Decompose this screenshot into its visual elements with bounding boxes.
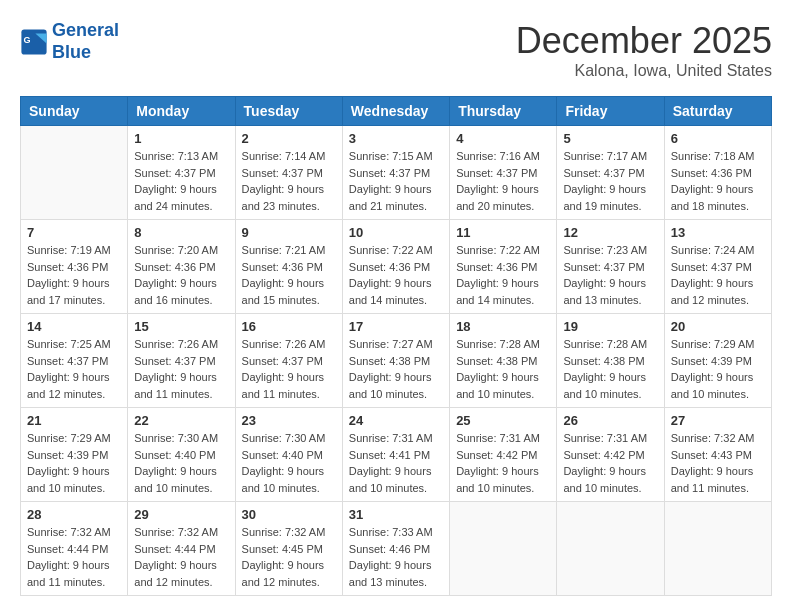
daylight-label: Daylight: 9 hours and 10 minutes. xyxy=(563,371,646,400)
day-number: 18 xyxy=(456,319,550,334)
day-info: Sunrise: 7:30 AMSunset: 4:40 PMDaylight:… xyxy=(242,430,336,496)
sunset-label: Sunset: 4:38 PM xyxy=(456,355,537,367)
calendar-cell xyxy=(664,502,771,596)
daylight-label: Daylight: 9 hours and 12 minutes. xyxy=(242,559,325,588)
daylight-label: Daylight: 9 hours and 10 minutes. xyxy=(242,465,325,494)
daylight-label: Daylight: 9 hours and 23 minutes. xyxy=(242,183,325,212)
sunrise-label: Sunrise: 7:18 AM xyxy=(671,150,755,162)
calendar-cell xyxy=(557,502,664,596)
weekday-header-row: SundayMondayTuesdayWednesdayThursdayFrid… xyxy=(21,97,772,126)
sunrise-label: Sunrise: 7:22 AM xyxy=(456,244,540,256)
sunset-label: Sunset: 4:41 PM xyxy=(349,449,430,461)
calendar-cell: 27Sunrise: 7:32 AMSunset: 4:43 PMDayligh… xyxy=(664,408,771,502)
day-info: Sunrise: 7:22 AMSunset: 4:36 PMDaylight:… xyxy=(349,242,443,308)
daylight-label: Daylight: 9 hours and 13 minutes. xyxy=(563,277,646,306)
logo-icon: G xyxy=(20,28,48,56)
sunrise-label: Sunrise: 7:32 AM xyxy=(27,526,111,538)
weekday-header-tuesday: Tuesday xyxy=(235,97,342,126)
day-info: Sunrise: 7:18 AMSunset: 4:36 PMDaylight:… xyxy=(671,148,765,214)
sunset-label: Sunset: 4:40 PM xyxy=(134,449,215,461)
day-info: Sunrise: 7:23 AMSunset: 4:37 PMDaylight:… xyxy=(563,242,657,308)
sunset-label: Sunset: 4:37 PM xyxy=(563,167,644,179)
day-number: 17 xyxy=(349,319,443,334)
day-number: 27 xyxy=(671,413,765,428)
day-info: Sunrise: 7:31 AMSunset: 4:42 PMDaylight:… xyxy=(563,430,657,496)
sunrise-label: Sunrise: 7:20 AM xyxy=(134,244,218,256)
month-title: December 2025 xyxy=(516,20,772,62)
sunset-label: Sunset: 4:36 PM xyxy=(671,167,752,179)
daylight-label: Daylight: 9 hours and 20 minutes. xyxy=(456,183,539,212)
calendar-cell: 26Sunrise: 7:31 AMSunset: 4:42 PMDayligh… xyxy=(557,408,664,502)
calendar-cell: 25Sunrise: 7:31 AMSunset: 4:42 PMDayligh… xyxy=(450,408,557,502)
day-number: 21 xyxy=(27,413,121,428)
day-info: Sunrise: 7:32 AMSunset: 4:44 PMDaylight:… xyxy=(134,524,228,590)
day-number: 10 xyxy=(349,225,443,240)
daylight-label: Daylight: 9 hours and 19 minutes. xyxy=(563,183,646,212)
day-info: Sunrise: 7:22 AMSunset: 4:36 PMDaylight:… xyxy=(456,242,550,308)
calendar-cell: 21Sunrise: 7:29 AMSunset: 4:39 PMDayligh… xyxy=(21,408,128,502)
daylight-label: Daylight: 9 hours and 11 minutes. xyxy=(27,559,110,588)
calendar-cell: 29Sunrise: 7:32 AMSunset: 4:44 PMDayligh… xyxy=(128,502,235,596)
sunrise-label: Sunrise: 7:23 AM xyxy=(563,244,647,256)
calendar-cell: 11Sunrise: 7:22 AMSunset: 4:36 PMDayligh… xyxy=(450,220,557,314)
day-number: 23 xyxy=(242,413,336,428)
daylight-label: Daylight: 9 hours and 24 minutes. xyxy=(134,183,217,212)
day-info: Sunrise: 7:28 AMSunset: 4:38 PMDaylight:… xyxy=(456,336,550,402)
sunset-label: Sunset: 4:44 PM xyxy=(134,543,215,555)
day-number: 1 xyxy=(134,131,228,146)
sunrise-label: Sunrise: 7:28 AM xyxy=(456,338,540,350)
sunrise-label: Sunrise: 7:29 AM xyxy=(27,432,111,444)
calendar-cell: 30Sunrise: 7:32 AMSunset: 4:45 PMDayligh… xyxy=(235,502,342,596)
sunset-label: Sunset: 4:37 PM xyxy=(134,355,215,367)
daylight-label: Daylight: 9 hours and 10 minutes. xyxy=(349,465,432,494)
calendar-cell: 28Sunrise: 7:32 AMSunset: 4:44 PMDayligh… xyxy=(21,502,128,596)
weekday-header-friday: Friday xyxy=(557,97,664,126)
day-info: Sunrise: 7:33 AMSunset: 4:46 PMDaylight:… xyxy=(349,524,443,590)
sunset-label: Sunset: 4:36 PM xyxy=(349,261,430,273)
sunset-label: Sunset: 4:37 PM xyxy=(242,167,323,179)
daylight-label: Daylight: 9 hours and 15 minutes. xyxy=(242,277,325,306)
day-number: 14 xyxy=(27,319,121,334)
title-section: December 2025 Kalona, Iowa, United State… xyxy=(516,20,772,80)
sunset-label: Sunset: 4:36 PM xyxy=(456,261,537,273)
sunrise-label: Sunrise: 7:22 AM xyxy=(349,244,433,256)
sunrise-label: Sunrise: 7:32 AM xyxy=(134,526,218,538)
calendar-header: SundayMondayTuesdayWednesdayThursdayFrid… xyxy=(21,97,772,126)
sunrise-label: Sunrise: 7:31 AM xyxy=(563,432,647,444)
day-info: Sunrise: 7:24 AMSunset: 4:37 PMDaylight:… xyxy=(671,242,765,308)
sunrise-label: Sunrise: 7:30 AM xyxy=(134,432,218,444)
sunrise-label: Sunrise: 7:32 AM xyxy=(671,432,755,444)
day-number: 4 xyxy=(456,131,550,146)
daylight-label: Daylight: 9 hours and 10 minutes. xyxy=(134,465,217,494)
sunset-label: Sunset: 4:42 PM xyxy=(456,449,537,461)
day-info: Sunrise: 7:26 AMSunset: 4:37 PMDaylight:… xyxy=(134,336,228,402)
day-info: Sunrise: 7:32 AMSunset: 4:45 PMDaylight:… xyxy=(242,524,336,590)
calendar-cell: 22Sunrise: 7:30 AMSunset: 4:40 PMDayligh… xyxy=(128,408,235,502)
day-number: 12 xyxy=(563,225,657,240)
weekday-header-saturday: Saturday xyxy=(664,97,771,126)
calendar-cell: 14Sunrise: 7:25 AMSunset: 4:37 PMDayligh… xyxy=(21,314,128,408)
day-info: Sunrise: 7:32 AMSunset: 4:43 PMDaylight:… xyxy=(671,430,765,496)
day-info: Sunrise: 7:20 AMSunset: 4:36 PMDaylight:… xyxy=(134,242,228,308)
sunrise-label: Sunrise: 7:17 AM xyxy=(563,150,647,162)
weekday-header-thursday: Thursday xyxy=(450,97,557,126)
day-number: 25 xyxy=(456,413,550,428)
daylight-label: Daylight: 9 hours and 12 minutes. xyxy=(27,371,110,400)
calendar-cell: 1Sunrise: 7:13 AMSunset: 4:37 PMDaylight… xyxy=(128,126,235,220)
sunrise-label: Sunrise: 7:31 AM xyxy=(349,432,433,444)
calendar-cell: 17Sunrise: 7:27 AMSunset: 4:38 PMDayligh… xyxy=(342,314,449,408)
calendar-cell: 12Sunrise: 7:23 AMSunset: 4:37 PMDayligh… xyxy=(557,220,664,314)
day-number: 11 xyxy=(456,225,550,240)
sunset-label: Sunset: 4:44 PM xyxy=(27,543,108,555)
daylight-label: Daylight: 9 hours and 17 minutes. xyxy=(27,277,110,306)
calendar-cell: 19Sunrise: 7:28 AMSunset: 4:38 PMDayligh… xyxy=(557,314,664,408)
day-number: 28 xyxy=(27,507,121,522)
day-number: 9 xyxy=(242,225,336,240)
calendar-cell: 23Sunrise: 7:30 AMSunset: 4:40 PMDayligh… xyxy=(235,408,342,502)
daylight-label: Daylight: 9 hours and 12 minutes. xyxy=(134,559,217,588)
calendar-cell: 2Sunrise: 7:14 AMSunset: 4:37 PMDaylight… xyxy=(235,126,342,220)
day-number: 16 xyxy=(242,319,336,334)
day-info: Sunrise: 7:28 AMSunset: 4:38 PMDaylight:… xyxy=(563,336,657,402)
day-info: Sunrise: 7:26 AMSunset: 4:37 PMDaylight:… xyxy=(242,336,336,402)
day-number: 2 xyxy=(242,131,336,146)
